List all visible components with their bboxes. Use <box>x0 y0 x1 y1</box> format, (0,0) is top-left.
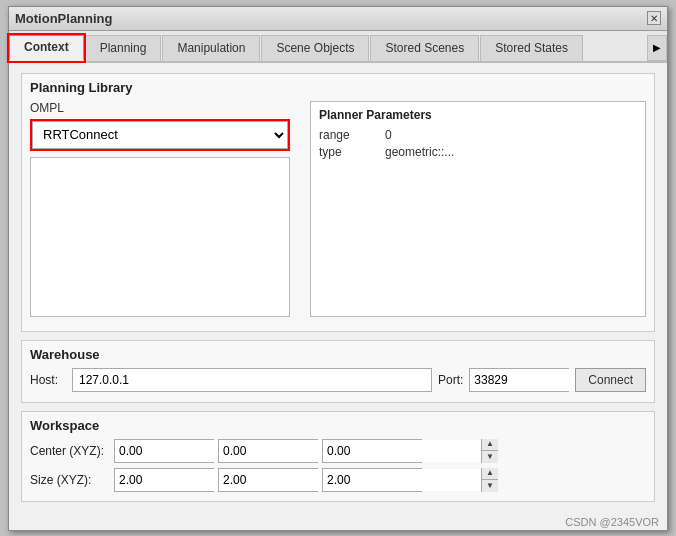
tab-manipulation[interactable]: Manipulation <box>162 35 260 61</box>
tab-bar: Context Planning Manipulation Scene Obje… <box>9 31 667 63</box>
tab-planning[interactable]: Planning <box>85 35 162 61</box>
planner-dropdown[interactable]: RRTConnect RRT RRTstar PRM KPIECE <box>32 121 288 149</box>
center-label: Center (XYZ): <box>30 444 110 458</box>
center-x-box: ▲ ▼ <box>114 439 214 463</box>
planning-library-label: Planning Library <box>30 80 646 95</box>
tab-context[interactable]: Context <box>9 35 84 61</box>
tab-nav-arrow[interactable]: ▶ <box>647 35 667 61</box>
port-spinner-box: ▲ ▼ <box>469 368 569 392</box>
watermark: CSDN @2345VOR <box>9 512 667 530</box>
param-key-type: type <box>319 145 369 159</box>
title-bar: MotionPlanning ✕ <box>9 7 667 31</box>
connect-button[interactable]: Connect <box>575 368 646 392</box>
warehouse-label: Warehouse <box>30 347 646 362</box>
left-panel: OMPL RRTConnect RRT RRTstar PRM KPIECE <box>30 101 300 317</box>
param-row-range: range 0 <box>319 128 637 142</box>
planner-list <box>30 157 290 317</box>
size-xyz-row: Size (XYZ): ▲ ▼ ▲ ▼ <box>30 468 646 492</box>
main-content: Planning Library OMPL RRTConnect RRT RRT… <box>9 63 667 512</box>
port-label: Port: <box>438 373 463 387</box>
close-button[interactable]: ✕ <box>647 11 661 25</box>
window-title: MotionPlanning <box>15 11 112 26</box>
size-z-down[interactable]: ▼ <box>482 480 498 492</box>
planner-params-panel: Planner Parameters range 0 type geometri… <box>310 101 646 317</box>
center-z-input[interactable] <box>323 440 481 462</box>
size-z-box: ▲ ▼ <box>322 468 422 492</box>
warehouse-section: Warehouse Host: Port: ▲ ▼ Connect <box>21 340 655 403</box>
tab-stored-states[interactable]: Stored States <box>480 35 583 61</box>
size-z-up[interactable]: ▲ <box>482 468 498 481</box>
center-z-box: ▲ ▼ <box>322 439 422 463</box>
host-input[interactable] <box>72 368 432 392</box>
center-y-box: ▲ ▼ <box>218 439 318 463</box>
tab-stored-scenes[interactable]: Stored Scenes <box>370 35 479 61</box>
size-label: Size (XYZ): <box>30 473 110 487</box>
planning-library-section: Planning Library OMPL RRTConnect RRT RRT… <box>21 73 655 332</box>
center-z-up[interactable]: ▲ <box>482 439 498 452</box>
planner-params-title: Planner Parameters <box>319 108 637 122</box>
center-z-arrows: ▲ ▼ <box>481 439 498 463</box>
size-z-arrows: ▲ ▼ <box>481 468 498 492</box>
param-val-type: geometric::... <box>385 145 454 159</box>
workspace-label: Workspace <box>30 418 646 433</box>
host-label: Host: <box>30 373 66 387</box>
planning-area: OMPL RRTConnect RRT RRTstar PRM KPIECE P… <box>30 101 646 317</box>
center-z-down[interactable]: ▼ <box>482 451 498 463</box>
param-row-type: type geometric::... <box>319 145 637 159</box>
size-z-input[interactable] <box>323 469 481 491</box>
size-x-box: ▲ ▼ <box>114 468 214 492</box>
tab-scene-objects[interactable]: Scene Objects <box>261 35 369 61</box>
dropdown-wrapper: RRTConnect RRT RRTstar PRM KPIECE <box>30 119 290 151</box>
center-xyz-row: Center (XYZ): ▲ ▼ ▲ ▼ <box>30 439 646 463</box>
param-val-range: 0 <box>385 128 392 142</box>
param-key-range: range <box>319 128 369 142</box>
workspace-section: Workspace Center (XYZ): ▲ ▼ ▲ ▼ <box>21 411 655 502</box>
size-y-box: ▲ ▼ <box>218 468 318 492</box>
ompl-label: OMPL <box>30 101 300 115</box>
warehouse-row: Host: Port: ▲ ▼ Connect <box>30 368 646 392</box>
main-window: MotionPlanning ✕ Context Planning Manipu… <box>8 6 668 531</box>
